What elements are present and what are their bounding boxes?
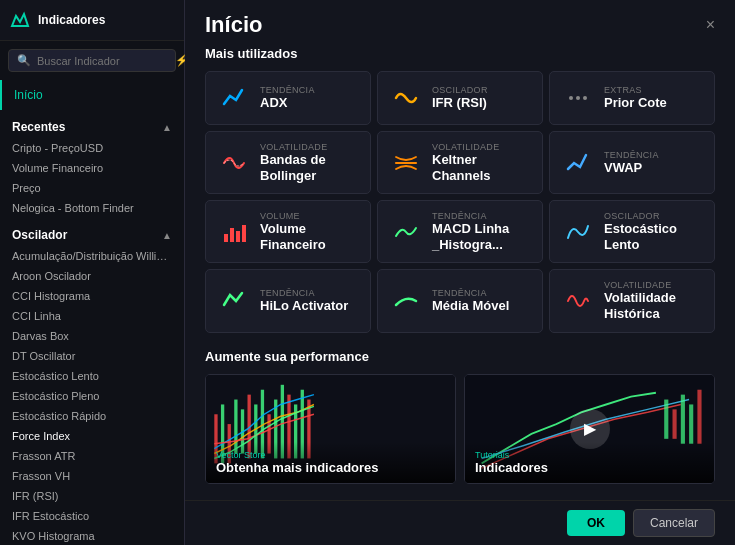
card-prior[interactable]: Extras Prior Cote <box>549 71 715 125</box>
page-title: Início <box>205 12 262 38</box>
nav-link-frasson-atr[interactable]: Frasson ATR <box>0 446 184 466</box>
card-macd-name: MACD Linha _Histogra... <box>432 221 530 252</box>
search-icon: 🔍 <box>17 54 31 67</box>
search-input[interactable] <box>37 55 175 67</box>
tutoriais-overlay: Tutoriais Indicadores <box>465 442 714 483</box>
card-keltner[interactable]: Volatilidade Keltner Channels <box>377 131 543 194</box>
card-vola-text: Volatilidade Volatilidade Histórica <box>604 280 702 321</box>
card-bollinger-name: Bandas de Bollinger <box>260 152 358 183</box>
performance-title: Aumente sua performance <box>205 349 715 364</box>
nav-link-aroon[interactable]: Aroon Oscilador <box>0 266 184 286</box>
nav-link-cripto[interactable]: Cripto - PreçoUSD <box>0 138 184 158</box>
svg-rect-25 <box>664 399 668 438</box>
svg-point-2 <box>576 96 580 100</box>
nav-link-nelogica[interactable]: Nelogica - Bottom Finder <box>0 198 184 218</box>
nav-link-frasson-vh[interactable]: Frasson VH <box>0 466 184 486</box>
adx-icon <box>218 82 250 114</box>
ok-button[interactable]: OK <box>567 510 625 536</box>
card-ifr-category: Oscilador <box>432 85 488 95</box>
vector-overlay: Vector Store Obtenha mais indicadores <box>206 442 455 483</box>
indicators-grid: Tendência ADX Oscilador IFR (RSI) <box>205 71 715 333</box>
keltner-icon <box>390 147 422 179</box>
card-hilo[interactable]: Tendência HiLo Activator <box>205 269 371 332</box>
main-content: Mais utilizados Tendência ADX <box>185 46 735 500</box>
main-panel: Início × Mais utilizados Tendência ADX <box>185 0 735 545</box>
card-keltner-text: Volatilidade Keltner Channels <box>432 142 530 183</box>
tutoriais-title: Indicadores <box>475 460 704 475</box>
recentes-arrow[interactable]: ▲ <box>162 122 172 133</box>
card-media[interactable]: Tendência Média Móvel <box>377 269 543 332</box>
svg-rect-26 <box>673 409 677 438</box>
cancel-button[interactable]: Cancelar <box>633 509 715 537</box>
oscilador-arrow[interactable]: ▲ <box>162 230 172 241</box>
card-estoc-text: Oscilador Estocástico Lento <box>604 211 702 252</box>
card-estoc[interactable]: Oscilador Estocástico Lento <box>549 200 715 263</box>
sidebar-header: Indicadores <box>0 0 184 41</box>
nav-link-ifr[interactable]: IFR (RSI) <box>0 486 184 506</box>
card-prior-text: Extras Prior Cote <box>604 85 667 111</box>
nav-link-force-index[interactable]: Force Index <box>0 426 184 446</box>
svg-rect-4 <box>224 234 228 242</box>
card-vwap-text: Tendência VWAP <box>604 150 659 176</box>
close-button[interactable]: × <box>706 16 715 34</box>
prior-icon <box>562 82 594 114</box>
card-vola[interactable]: Volatilidade Volatilidade Histórica <box>549 269 715 332</box>
nav-link-ifr-estoc[interactable]: IFR Estocástico <box>0 506 184 526</box>
nav-link-cci-linha[interactable]: CCI Linha <box>0 306 184 326</box>
card-adx-name: ADX <box>260 95 315 111</box>
card-prior-name: Prior Cote <box>604 95 667 111</box>
card-adx-category: Tendência <box>260 85 315 95</box>
svg-marker-0 <box>12 14 28 26</box>
nav-link-estoc-pleno[interactable]: Estocástico Pleno <box>0 386 184 406</box>
card-hilo-name: HiLo Activator <box>260 298 348 314</box>
nav-link-dt[interactable]: DT Oscillator <box>0 346 184 366</box>
ifr-icon <box>390 82 422 114</box>
sidebar-item-inicio[interactable]: Início <box>0 80 184 110</box>
main-footer: OK Cancelar <box>185 500 735 545</box>
media-icon <box>390 285 422 317</box>
sidebar-nav: Início Recentes ▲ Cripto - PreçoUSD Volu… <box>0 80 184 545</box>
card-vola-category: Volatilidade <box>604 280 702 290</box>
nav-link-volume[interactable]: Volume Financeiro <box>0 158 184 178</box>
card-hilo-category: Tendência <box>260 288 348 298</box>
perf-card-tutoriais[interactable]: ▶ Tutoriais Indicadores <box>464 374 715 484</box>
card-macd-category: Tendência <box>432 211 530 221</box>
nav-link-cci-hist[interactable]: CCI Histograma <box>0 286 184 306</box>
svg-rect-27 <box>681 394 685 443</box>
card-adx-text: Tendência ADX <box>260 85 315 111</box>
card-ifr-text: Oscilador IFR (RSI) <box>432 85 488 111</box>
card-volume-name: Volume Financeiro <box>260 221 358 252</box>
card-keltner-name: Keltner Channels <box>432 152 530 183</box>
card-macd[interactable]: Tendência MACD Linha _Histogra... <box>377 200 543 263</box>
card-keltner-category: Volatilidade <box>432 142 530 152</box>
card-vwap-name: VWAP <box>604 160 659 176</box>
card-ifr[interactable]: Oscilador IFR (RSI) <box>377 71 543 125</box>
card-bollinger[interactable]: Volatilidade Bandas de Bollinger <box>205 131 371 194</box>
card-vwap-category: Tendência <box>604 150 659 160</box>
card-bollinger-category: Volatilidade <box>260 142 358 152</box>
app-title: Indicadores <box>38 13 105 27</box>
search-bar[interactable]: 🔍 ⚡ <box>8 49 176 72</box>
card-media-category: Tendência <box>432 288 509 298</box>
nav-link-estoc-rapido[interactable]: Estocástico Rápido <box>0 406 184 426</box>
perf-card-vector[interactable]: Vector Store Obtenha mais indicadores <box>205 374 456 484</box>
nav-link-estoc-lento[interactable]: Estocástico Lento <box>0 366 184 386</box>
vola-icon <box>562 285 594 317</box>
svg-rect-7 <box>242 225 246 242</box>
card-volume-text: Volume Volume Financeiro <box>260 211 358 252</box>
vwap-icon <box>562 147 594 179</box>
card-adx[interactable]: Tendência ADX <box>205 71 371 125</box>
estoc-icon <box>562 216 594 248</box>
nav-link-kvo-hist[interactable]: KVO Histograma <box>0 526 184 545</box>
card-vola-name: Volatilidade Histórica <box>604 290 702 321</box>
svg-rect-6 <box>236 231 240 242</box>
oscilador-section-header: Oscilador ▲ <box>0 218 184 246</box>
bollinger-icon <box>218 147 250 179</box>
card-volume[interactable]: Volume Volume Financeiro <box>205 200 371 263</box>
nav-link-preco[interactable]: Preço <box>0 178 184 198</box>
card-prior-category: Extras <box>604 85 667 95</box>
card-vwap[interactable]: Tendência VWAP <box>549 131 715 194</box>
nav-link-acumulacao[interactable]: Acumulação/Distribuição Williams <box>0 246 184 266</box>
nav-link-darvas[interactable]: Darvas Box <box>0 326 184 346</box>
svg-rect-5 <box>230 228 234 242</box>
